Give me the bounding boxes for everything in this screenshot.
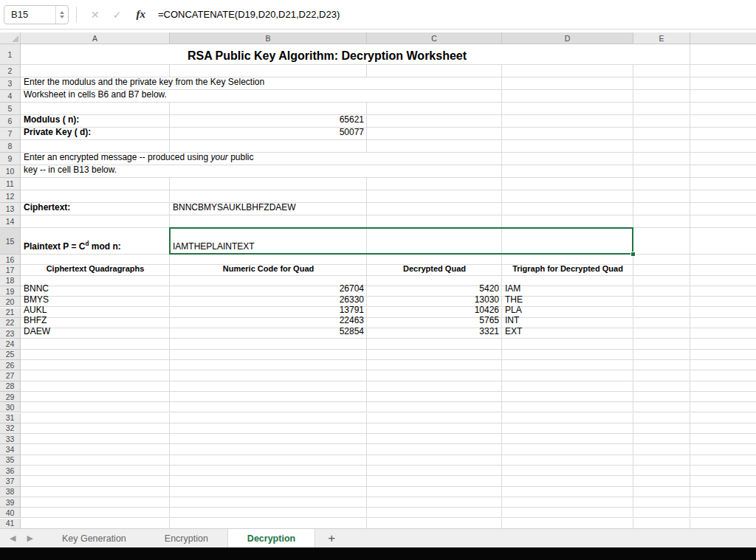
cell-B33[interactable] <box>170 434 367 444</box>
cell-C12[interactable] <box>367 190 502 203</box>
cell-B25[interactable] <box>170 350 367 360</box>
cell-D12[interactable] <box>502 190 633 203</box>
cell-D25[interactable] <box>502 350 633 360</box>
cell-C13[interactable] <box>367 203 502 215</box>
row-header-11[interactable]: 11 <box>0 178 21 190</box>
cell-D24[interactable] <box>502 339 633 349</box>
cell-B7-text[interactable]: 50077 <box>170 128 367 139</box>
cell-A8[interactable] <box>21 140 170 153</box>
cell-B41[interactable] <box>170 519 367 529</box>
cell-A25[interactable] <box>21 350 170 360</box>
cell-A38[interactable] <box>21 487 170 497</box>
cell-B12[interactable] <box>170 190 367 203</box>
cell-C34[interactable] <box>367 444 502 454</box>
cell-A26[interactable] <box>21 360 170 370</box>
cell-E33[interactable] <box>633 434 690 444</box>
cell-X17[interactable] <box>690 265 756 275</box>
cell-X11[interactable] <box>690 178 756 190</box>
cell-X13[interactable] <box>690 203 756 215</box>
column-header-blank[interactable] <box>690 32 756 44</box>
cell-X2[interactable] <box>690 65 756 77</box>
sheet-tab-decryption[interactable]: Decryption <box>227 529 315 547</box>
cell-A7-text[interactable]: Private Key ( d): <box>21 128 170 139</box>
cell-A11[interactable] <box>21 178 170 190</box>
cell-C32[interactable] <box>367 424 502 434</box>
cell-A17-text[interactable]: Ciphertext Quadragraphs <box>21 265 170 274</box>
cell-X41[interactable] <box>690 519 756 529</box>
cell-D26[interactable] <box>502 360 633 370</box>
cell-X23[interactable] <box>690 328 756 339</box>
cell-C4[interactable] <box>367 90 502 103</box>
confirm-icon[interactable]: ✓ <box>106 9 128 21</box>
cell-B15-text[interactable]: IAMTHEPLAINTEXT <box>170 228 367 254</box>
cell-B20-text[interactable]: 26330 <box>170 297 367 306</box>
row-header-1[interactable]: 1 <box>0 44 21 65</box>
cell-C26[interactable] <box>367 360 502 370</box>
cell-X3[interactable] <box>690 77 756 90</box>
cell-A10-text[interactable]: key -- in cell B13 below. <box>21 165 367 177</box>
cell-E30[interactable] <box>633 402 690 412</box>
spinner-up-icon[interactable] <box>60 11 64 14</box>
cell-A15-text[interactable]: Plaintext P = Cd mod n: <box>21 228 170 254</box>
cell-E25[interactable] <box>633 350 690 360</box>
cell-E4[interactable] <box>633 90 690 103</box>
cell-C27[interactable] <box>367 370 502 381</box>
cell-X24[interactable] <box>690 339 756 349</box>
cell-A13-text[interactable]: Ciphertext: <box>21 203 170 215</box>
cell-X26[interactable] <box>690 360 756 370</box>
cell-B26[interactable] <box>170 360 367 370</box>
row-header-8[interactable]: 8 <box>0 140 21 153</box>
cell-C11[interactable] <box>367 178 502 190</box>
row-header-16[interactable]: 16 <box>0 255 21 265</box>
cell-E5[interactable] <box>633 103 690 115</box>
name-box-spinner[interactable] <box>55 6 68 24</box>
row-header-23[interactable]: 23 <box>0 328 21 339</box>
cell-D41[interactable] <box>502 519 633 529</box>
cell-A33[interactable] <box>21 434 170 444</box>
cell-C15[interactable] <box>367 228 502 255</box>
cancel-icon[interactable]: ✕ <box>84 9 106 21</box>
cell-E27[interactable] <box>633 370 690 381</box>
cell-C10[interactable] <box>367 165 502 178</box>
row-header-5[interactable]: 5 <box>0 103 21 115</box>
cell-B40[interactable] <box>170 508 367 518</box>
row-header-30[interactable]: 30 <box>0 402 21 412</box>
cell-X4[interactable] <box>690 90 756 103</box>
cell-C7[interactable] <box>367 128 502 140</box>
cell-X10[interactable] <box>690 165 756 178</box>
cell-D15[interactable] <box>502 228 633 255</box>
cell-C8[interactable] <box>367 140 502 153</box>
cell-E20[interactable] <box>633 297 690 307</box>
cell-X32[interactable] <box>690 424 756 434</box>
cell-C39[interactable] <box>367 497 502 508</box>
cell-E6[interactable] <box>633 115 690 128</box>
cell-X25[interactable] <box>690 350 756 360</box>
add-sheet-button[interactable]: + <box>315 529 348 547</box>
cell-X5[interactable] <box>690 103 756 115</box>
cell-D37[interactable] <box>502 476 633 486</box>
row-header-33[interactable]: 33 <box>0 434 21 444</box>
row-header-40[interactable]: 40 <box>0 508 21 518</box>
cell-D23-text[interactable]: EXT <box>502 328 633 338</box>
cell-B39[interactable] <box>170 497 367 508</box>
cell-B24[interactable] <box>170 339 367 349</box>
cell-E26[interactable] <box>633 360 690 370</box>
cell-A37[interactable] <box>21 476 170 486</box>
row-header-27[interactable]: 27 <box>0 370 21 381</box>
row-header-22[interactable]: 22 <box>0 318 21 328</box>
row-header-38[interactable]: 38 <box>0 487 21 497</box>
cell-A41[interactable] <box>21 519 170 529</box>
cell-D33[interactable] <box>502 434 633 444</box>
row-header-19[interactable]: 19 <box>0 286 21 297</box>
cell-A24[interactable] <box>21 339 170 349</box>
cell-X31[interactable] <box>690 413 756 424</box>
formula-input[interactable]: =CONCATENATE(D19,D20,D21,D22,D23) <box>158 9 340 20</box>
row-header-14[interactable]: 14 <box>0 215 21 228</box>
cell-E21[interactable] <box>633 308 690 318</box>
cell-X27[interactable] <box>690 370 756 381</box>
cell-A2[interactable] <box>21 65 170 77</box>
cell-A39[interactable] <box>21 497 170 508</box>
cell-B21-text[interactable]: 13791 <box>170 308 367 317</box>
column-header-D[interactable]: D <box>502 32 633 44</box>
cell-D3[interactable] <box>502 77 633 90</box>
